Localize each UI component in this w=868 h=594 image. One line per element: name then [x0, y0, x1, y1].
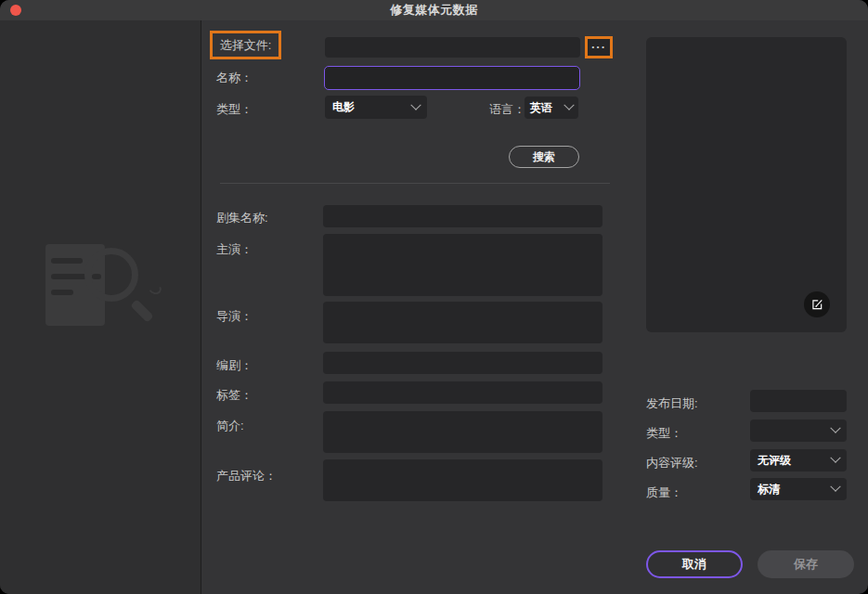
select-file-input[interactable] [325, 37, 580, 58]
poster-placeholder [646, 37, 847, 332]
name-input[interactable] [324, 66, 580, 90]
genre-label: 类型： [646, 425, 682, 442]
name-label: 名称： [216, 70, 253, 86]
document-line-icon [51, 290, 73, 295]
episode-name-input[interactable] [323, 205, 602, 227]
director-textarea[interactable] [323, 302, 602, 343]
writer-input[interactable] [323, 352, 602, 374]
cast-label: 主演： [216, 241, 253, 258]
director-label: 导演： [216, 308, 253, 325]
language-select[interactable]: 英语 [525, 97, 578, 119]
content-rating-select[interactable]: 无评级 [750, 449, 847, 471]
chevron-down-icon [410, 99, 421, 110]
magnifier-handle-icon [130, 299, 153, 322]
product-review-textarea[interactable] [323, 459, 602, 501]
edit-icon [810, 298, 823, 311]
type-select-value: 电影 [332, 99, 407, 115]
chevron-down-icon [564, 100, 574, 110]
type-label: 类型： [216, 101, 253, 118]
select-file-label: 选择文件: [220, 37, 272, 54]
language-label: 语言： [489, 101, 525, 118]
document-line-icon [51, 258, 83, 264]
content-rating-select-value: 无评级 [758, 453, 826, 469]
edit-poster-button[interactable] [804, 291, 830, 317]
quality-select-value: 标清 [758, 482, 826, 497]
browse-file-button[interactable]: ··· [585, 36, 613, 58]
select-file-label-highlight: 选择文件: [210, 31, 281, 59]
repair-metadata-dialog: 修复媒体元数据 选择文件: ··· 名称： 类型： 电影 语言： 英语 搜索 剧… [0, 0, 868, 594]
cast-textarea[interactable] [323, 234, 602, 296]
cancel-button[interactable]: 取消 [646, 550, 743, 578]
document-line-icon [51, 274, 88, 279]
titlebar: 修复媒体元数据 [0, 0, 868, 20]
release-date-label: 发布日期: [646, 395, 698, 412]
writer-label: 编剧： [216, 357, 253, 374]
product-review-label: 产品评论： [216, 468, 277, 484]
preview-panel [0, 20, 201, 594]
tags-label: 标签： [216, 387, 253, 404]
summary-textarea[interactable] [323, 411, 602, 453]
close-window-icon[interactable] [10, 5, 21, 16]
release-date-input[interactable] [750, 390, 847, 412]
summary-label: 简介: [216, 418, 244, 434]
quality-label: 质量： [646, 484, 682, 501]
quality-select[interactable]: 标清 [750, 478, 847, 500]
search-button[interactable]: 搜索 [509, 146, 579, 168]
chevron-down-icon [830, 482, 840, 492]
chevron-down-icon [830, 453, 840, 463]
content-rating-label: 内容评级: [646, 455, 698, 471]
magnifier-icon [84, 248, 138, 302]
chevron-down-icon [830, 423, 840, 433]
type-select[interactable]: 电影 [325, 96, 427, 119]
language-select-value: 英语 [530, 100, 560, 116]
window-title: 修复媒体元数据 [390, 2, 478, 19]
genre-select[interactable] [750, 420, 847, 442]
tags-input[interactable] [323, 381, 602, 404]
section-divider [220, 183, 610, 184]
episode-name-label: 剧集名称: [216, 210, 268, 226]
squiggle-icon [147, 281, 162, 296]
save-button[interactable]: 保存 [758, 550, 854, 578]
